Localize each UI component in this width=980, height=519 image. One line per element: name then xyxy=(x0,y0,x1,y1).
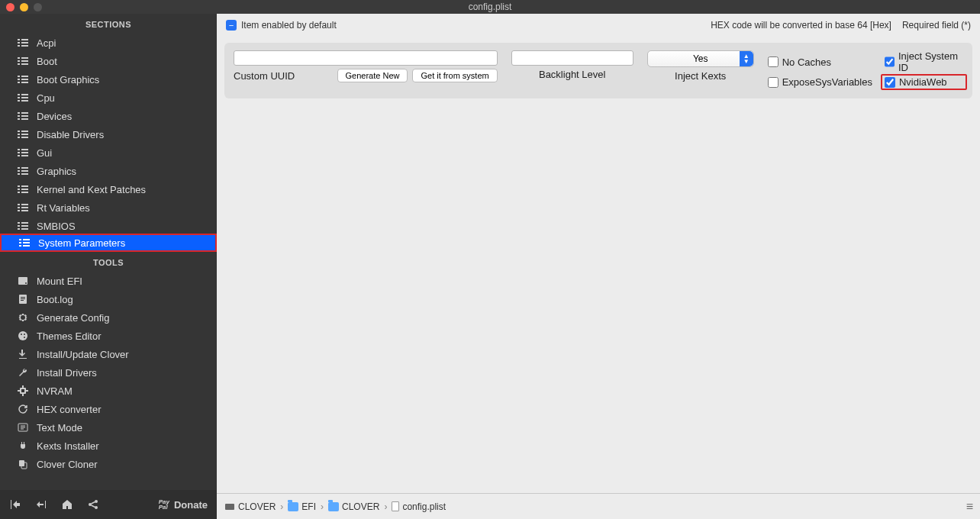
titlebar: config.plist xyxy=(0,0,980,14)
svg-rect-30 xyxy=(18,131,20,132)
tools-header: TOOLS xyxy=(0,252,217,272)
sidebar-section-boot-graphics[interactable]: Boot Graphics xyxy=(0,70,217,89)
nvidia-web-input[interactable] xyxy=(885,77,895,88)
svg-rect-23 xyxy=(21,100,28,102)
sidebar-section-devices[interactable]: Devices xyxy=(0,107,217,125)
svg-rect-2 xyxy=(18,42,20,44)
svg-rect-3 xyxy=(21,42,28,44)
inject-kexts-select[interactable]: Yes ▲▼ xyxy=(647,50,754,67)
svg-rect-14 xyxy=(18,79,20,80)
svg-rect-39 xyxy=(21,152,28,153)
sidebar-section-cpu[interactable]: Cpu xyxy=(0,89,217,107)
sidebar-tool-kexts-installer[interactable]: Kexts Installer xyxy=(0,437,217,455)
svg-rect-27 xyxy=(21,115,28,117)
sidebar-section-boot[interactable]: Boot xyxy=(0,52,217,70)
sidebar-tool-hex-converter[interactable]: HEX converter xyxy=(0,400,217,418)
sidebar-tool-clover-cloner[interactable]: Clover Cloner xyxy=(0,455,217,473)
breadcrumb-label: EFI xyxy=(301,501,316,512)
sidebar-tool-install-drivers[interactable]: Install Drivers xyxy=(0,363,217,382)
donate-button[interactable]: PayPal Donate xyxy=(159,499,208,511)
sidebar-section-rt-variables[interactable]: Rt Variables xyxy=(0,198,217,217)
home-icon[interactable] xyxy=(61,498,73,511)
svg-rect-45 xyxy=(21,170,28,172)
svg-rect-25 xyxy=(21,112,28,114)
breadcrumb-item[interactable]: config.plist xyxy=(392,501,446,512)
sidebar-tool-generate-config[interactable]: Generate Config xyxy=(0,308,217,327)
svg-rect-46 xyxy=(18,173,20,175)
zoom-icon[interactable] xyxy=(34,3,42,11)
sidebar-tool-nvram[interactable]: NVRAM xyxy=(0,382,217,400)
minimize-icon[interactable] xyxy=(20,3,28,11)
sidebar-section-system-parameters[interactable]: System Parameters xyxy=(0,234,217,252)
wrench-icon xyxy=(17,367,29,378)
no-caches-input[interactable] xyxy=(768,56,779,67)
custom-uuid-input[interactable] xyxy=(234,50,498,66)
svg-rect-36 xyxy=(18,149,20,150)
generate-new-button[interactable]: Generate New xyxy=(337,69,408,82)
svg-rect-11 xyxy=(21,63,28,65)
breadcrumb-item[interactable]: EFI xyxy=(288,501,316,512)
sidebar-section-kernel-and-kext-patches[interactable]: Kernel and Kext Patches xyxy=(0,180,217,198)
svg-rect-57 xyxy=(21,207,28,208)
svg-rect-70 xyxy=(19,245,21,247)
svg-rect-20 xyxy=(18,97,20,98)
list-icon xyxy=(17,184,29,195)
svg-point-80 xyxy=(24,334,25,335)
svg-rect-34 xyxy=(18,137,20,138)
svg-rect-0 xyxy=(18,39,20,40)
sidebar-item-label: Cpu xyxy=(37,92,55,104)
no-caches-checkbox[interactable]: No Caches xyxy=(768,50,872,73)
sidebar-section-smbios[interactable]: SMBIOS xyxy=(0,217,217,235)
close-icon[interactable] xyxy=(6,3,15,11)
backlight-level-input[interactable] xyxy=(511,50,633,66)
sidebar-item-label: System Parameters xyxy=(38,237,125,249)
window-title: config.plist xyxy=(469,2,512,12)
expose-sys-vars-label: ExposeSysVariables xyxy=(782,76,872,88)
chevron-up-down-icon: ▲▼ xyxy=(743,53,750,64)
export-icon[interactable] xyxy=(9,498,21,511)
inject-system-id-checkbox[interactable]: Inject System ID xyxy=(885,50,963,73)
svg-rect-24 xyxy=(18,112,20,114)
get-from-system-button[interactable]: Get it from system xyxy=(412,69,497,82)
svg-rect-76 xyxy=(21,298,25,299)
breadcrumb-item[interactable]: CLOVER xyxy=(238,501,276,512)
download-icon xyxy=(17,349,29,359)
share-icon[interactable] xyxy=(87,498,99,511)
sidebar-section-acpi[interactable]: Acpi xyxy=(0,34,217,52)
sidebar-section-disable-drivers[interactable]: Disable Drivers xyxy=(0,125,217,143)
sidebar-section-graphics[interactable]: Graphics xyxy=(0,162,217,180)
sidebar-item-label: Kexts Installer xyxy=(37,440,99,452)
nvidia-web-checkbox[interactable]: NvidiaWeb xyxy=(881,74,967,90)
breadcrumb-menu-icon[interactable]: ≡ xyxy=(966,500,972,514)
folder-icon xyxy=(328,502,339,511)
sidebar-item-label: Rt Variables xyxy=(37,202,90,214)
sidebar-tool-mount-efi[interactable]: Mount EFI xyxy=(0,272,217,290)
svg-rect-85 xyxy=(22,394,24,396)
svg-rect-37 xyxy=(21,149,28,150)
refresh-icon xyxy=(17,404,29,414)
sidebar-section-gui[interactable]: Gui xyxy=(0,143,217,162)
sidebar-tool-text-mode[interactable]: Text Mode xyxy=(0,418,217,437)
expose-sys-vars-checkbox[interactable]: ExposeSysVariables xyxy=(768,76,872,88)
disk-icon xyxy=(17,276,29,286)
svg-rect-40 xyxy=(18,155,20,156)
svg-rect-84 xyxy=(22,385,24,388)
breadcrumb-item[interactable]: CLOVER xyxy=(328,501,379,512)
expose-sys-vars-input[interactable] xyxy=(768,77,779,88)
svg-rect-41 xyxy=(21,155,28,156)
import-icon[interactable] xyxy=(35,498,47,511)
sidebar: SECTIONS AcpiBootBoot GraphicsCpuDevices… xyxy=(0,14,217,519)
list-icon xyxy=(17,74,29,85)
nvidia-web-label: NvidiaWeb xyxy=(899,76,947,88)
svg-rect-87 xyxy=(26,390,28,392)
svg-rect-38 xyxy=(18,152,20,153)
svg-rect-66 xyxy=(19,239,21,240)
sidebar-tool-boot-log[interactable]: Boot.log xyxy=(0,290,217,308)
svg-rect-48 xyxy=(18,185,20,187)
list-icon xyxy=(17,37,29,48)
svg-rect-29 xyxy=(21,118,28,120)
sidebar-tool-install-update-clover[interactable]: Install/Update Clover xyxy=(0,345,217,363)
svg-rect-86 xyxy=(18,390,20,392)
inject-system-id-input[interactable] xyxy=(885,56,895,67)
sidebar-tool-themes-editor[interactable]: Themes Editor xyxy=(0,327,217,345)
